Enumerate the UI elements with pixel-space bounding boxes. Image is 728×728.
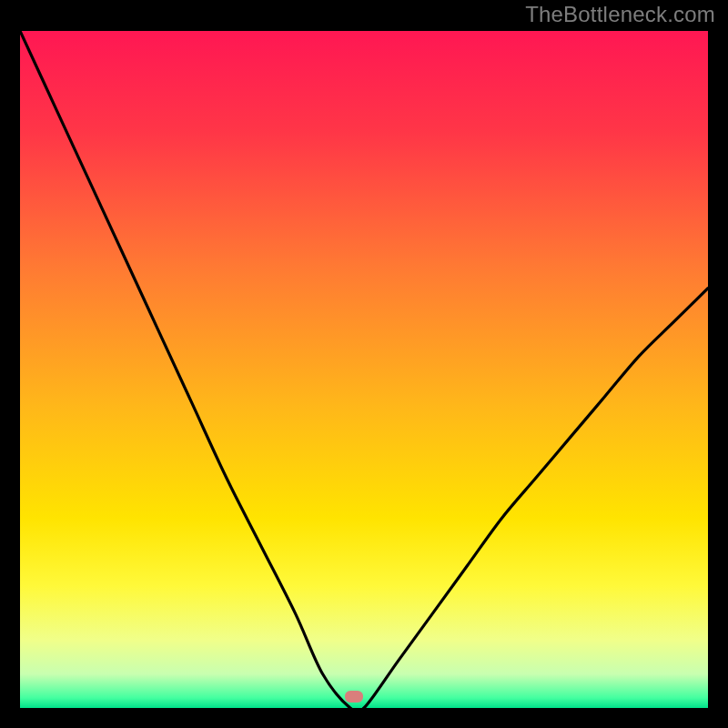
- optimal-marker: [345, 691, 363, 703]
- plot-area: [20, 31, 708, 708]
- attribution-text: TheBottleneck.com: [525, 2, 715, 27]
- bottleneck-curve: [20, 31, 708, 708]
